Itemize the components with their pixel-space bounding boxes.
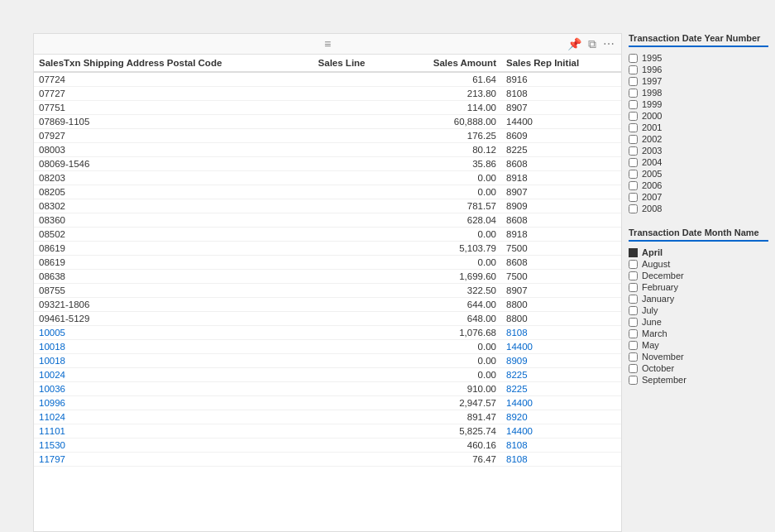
cell-sales-rep: 8800: [501, 298, 621, 312]
pin-icon[interactable]: 📌: [567, 37, 581, 50]
year-filter-item[interactable]: 1998: [629, 87, 768, 98]
cell-sales-amount: 76.47: [395, 453, 501, 467]
cell-postal-code[interactable]: 11797: [34, 453, 313, 467]
month-filter-section: Transaction Date Month Name AprilAugustD…: [629, 228, 768, 386]
month-filter-item[interactable]: June: [629, 316, 768, 328]
col-sales-line[interactable]: Sales Line: [313, 55, 396, 72]
month-checkbox[interactable]: [629, 271, 638, 280]
year-checkbox[interactable]: [629, 112, 638, 121]
year-checkbox[interactable]: [629, 170, 638, 179]
cell-sales-amount: 114.00: [395, 101, 501, 115]
year-checkbox[interactable]: [629, 77, 638, 86]
year-checkbox[interactable]: [629, 65, 638, 74]
cell-postal-code: 08003: [34, 143, 313, 157]
cell-sales-rep: 8108: [501, 439, 621, 453]
table-row: 086381,699.607500: [34, 270, 621, 284]
cell-postal-code[interactable]: 10018: [34, 354, 313, 368]
col-sales-rep[interactable]: Sales Rep Initial: [501, 55, 621, 72]
cell-sales-line: [313, 213, 396, 228]
year-filter-item[interactable]: 1996: [629, 64, 768, 75]
year-checkbox[interactable]: [629, 89, 638, 98]
year-checkbox[interactable]: [629, 158, 638, 167]
col-postal-code[interactable]: SalesTxn Shipping Address Postal Code: [34, 55, 313, 72]
year-checkbox[interactable]: [629, 204, 638, 213]
menu-icon[interactable]: ≡: [324, 37, 331, 50]
month-filter-item[interactable]: March: [629, 328, 768, 339]
year-filter-item[interactable]: 2005: [629, 168, 768, 180]
month-checkbox[interactable]: [629, 352, 638, 362]
year-filter-item[interactable]: 2006: [629, 180, 768, 191]
cell-postal-code[interactable]: 11024: [34, 410, 313, 424]
year-filter-item[interactable]: 2008: [629, 203, 768, 214]
month-filter-item[interactable]: July: [629, 304, 768, 316]
year-filter-item[interactable]: 2001: [629, 122, 768, 133]
month-filter-item[interactable]: April: [629, 247, 768, 258]
year-checkbox[interactable]: [629, 54, 638, 63]
table-row: 109962,947.5714400: [34, 396, 621, 410]
cell-sales-line: [313, 143, 396, 157]
year-filter-item[interactable]: 2002: [629, 133, 768, 145]
month-checkbox[interactable]: [629, 283, 638, 292]
table-row: 086195,103.797500: [34, 242, 621, 256]
cell-sales-rep: 7500: [501, 242, 621, 256]
year-label: 2005: [642, 169, 662, 179]
year-filter-item[interactable]: 2000: [629, 110, 768, 122]
month-checkbox[interactable]: [629, 318, 638, 327]
month-checkbox[interactable]: [629, 376, 638, 385]
month-checkbox[interactable]: [629, 329, 638, 338]
table-row: 082050.008907: [34, 185, 621, 199]
month-filter-item[interactable]: September: [629, 374, 768, 386]
expand-icon[interactable]: ⧉: [588, 37, 596, 51]
month-filter-item[interactable]: August: [629, 258, 768, 270]
table-wrapper[interactable]: SalesTxn Shipping Address Postal Code Sa…: [34, 55, 621, 531]
cell-postal-code[interactable]: 10996: [34, 396, 313, 410]
cell-postal-code[interactable]: 10024: [34, 368, 313, 382]
month-checkbox-filled[interactable]: [629, 248, 638, 257]
col-sales-amount[interactable]: Sales Amount: [395, 55, 501, 72]
cell-postal-code[interactable]: 11530: [34, 439, 313, 453]
month-filter-item[interactable]: January: [629, 293, 768, 304]
table-row: 11530460.168108: [34, 439, 621, 453]
cell-sales-line: [313, 340, 396, 354]
table-row: 100180.0014400: [34, 340, 621, 354]
year-checkbox[interactable]: [629, 123, 638, 132]
year-checkbox[interactable]: [629, 135, 638, 144]
cell-sales-amount: 5,825.74: [395, 424, 501, 439]
cell-postal-code[interactable]: 10005: [34, 326, 313, 340]
cell-postal-code[interactable]: 11101: [34, 424, 313, 439]
year-checkbox[interactable]: [629, 193, 638, 202]
cell-sales-line: [313, 199, 396, 213]
year-label: 2001: [642, 122, 662, 132]
year-filter-item[interactable]: 1995: [629, 52, 768, 64]
month-checkbox[interactable]: [629, 295, 638, 304]
cell-sales-line: [313, 256, 396, 270]
month-filter-item[interactable]: October: [629, 362, 768, 374]
year-checkbox[interactable]: [629, 181, 638, 190]
cell-postal-code[interactable]: 10018: [34, 340, 313, 354]
cell-postal-code: 08360: [34, 213, 313, 228]
year-filter-section: Transaction Date Year Number 19951996199…: [629, 33, 768, 214]
month-checkbox[interactable]: [629, 364, 638, 373]
year-checkbox[interactable]: [629, 146, 638, 156]
cell-postal-code[interactable]: 10036: [34, 382, 313, 396]
year-filter-items: 1995199619971998199920002001200220032004…: [629, 52, 768, 214]
cell-postal-code: 08069-1546: [34, 157, 313, 171]
year-filter-item[interactable]: 1997: [629, 75, 768, 87]
year-filter-item[interactable]: 1999: [629, 98, 768, 110]
month-checkbox[interactable]: [629, 260, 638, 269]
cell-sales-rep: 8108: [501, 453, 621, 467]
year-checkbox[interactable]: [629, 100, 638, 109]
month-filter-item[interactable]: February: [629, 281, 768, 293]
month-checkbox[interactable]: [629, 341, 638, 350]
year-filter-item[interactable]: 2004: [629, 156, 768, 168]
year-filter-item[interactable]: 2007: [629, 191, 768, 203]
year-filter-item[interactable]: 2003: [629, 145, 768, 156]
more-icon[interactable]: ⋯: [603, 37, 615, 50]
month-filter-item[interactable]: December: [629, 270, 768, 281]
cell-sales-rep: 8907: [501, 284, 621, 298]
month-checkbox[interactable]: [629, 306, 638, 315]
cell-sales-line: [313, 101, 396, 115]
month-filter-item[interactable]: November: [629, 351, 768, 362]
month-filter-item[interactable]: May: [629, 339, 768, 351]
cell-sales-amount: 0.00: [395, 171, 501, 185]
